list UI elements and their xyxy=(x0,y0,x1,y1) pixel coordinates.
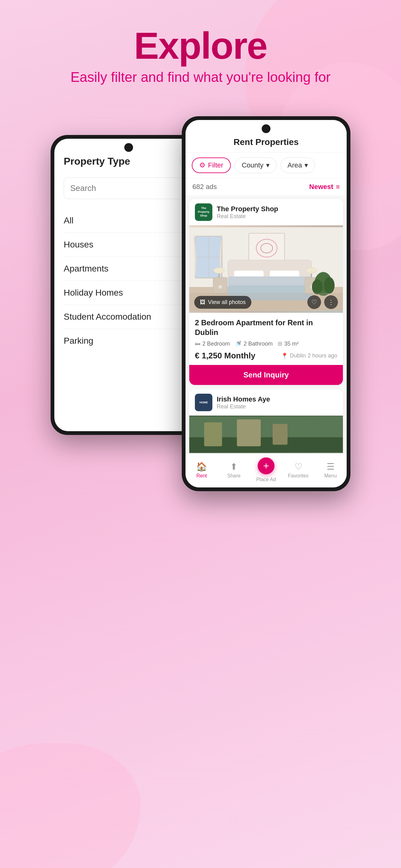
agent-name-1: The Property Shop xyxy=(217,205,278,213)
filter-icon: ⚙ xyxy=(199,161,205,169)
filter-option-parking[interactable]: Parking xyxy=(64,329,194,353)
county-label: County xyxy=(242,161,264,169)
share-icon: ⬆ xyxy=(230,462,237,472)
filter-options-list: All ✓ Houses Apartments Holiday Homes St… xyxy=(64,208,194,353)
phone-2: Rent Properties ⚙ Filter County ▾ Area ▾ xyxy=(182,116,350,491)
bg-decoration xyxy=(0,743,140,868)
second-listing-svg xyxy=(189,415,343,453)
agent-info-1: The Property Shop Real Estate xyxy=(217,205,278,220)
bedroom-spec: 🛏 2 Bedroom xyxy=(195,340,230,347)
filter-sheet: Property Type × All ✓ Houses Apart xyxy=(54,139,203,431)
more-options-button[interactable]: ⋮ xyxy=(324,295,338,309)
agent-name-2: Irish Homes Aye xyxy=(217,395,270,403)
filter-option-label: Apartments xyxy=(64,264,108,274)
filter-option-label: All xyxy=(64,216,73,226)
filter-option-holiday-homes[interactable]: Holiday Homes xyxy=(64,281,194,305)
chevron-down-icon: ▾ xyxy=(266,161,269,169)
filter-option-houses[interactable]: Houses xyxy=(64,233,194,257)
nav-place-ad[interactable]: + Place Ad xyxy=(250,458,282,483)
favorites-label: Favorites xyxy=(288,473,308,479)
filter-button[interactable]: ⚙ Filter xyxy=(192,157,231,173)
photo-icon: 🖼 xyxy=(200,299,205,306)
rent-filters-row: ⚙ Filter County ▾ Area ▾ xyxy=(186,153,347,178)
plus-icon: + xyxy=(263,460,269,472)
nav-share[interactable]: ⬆ Share xyxy=(218,462,250,479)
filter-title: Property Type xyxy=(64,156,130,167)
phone-2-notch xyxy=(262,124,270,133)
view-photos-label: View all photos xyxy=(208,299,246,306)
listing-price: € 1,250 Monthly xyxy=(195,351,256,361)
rent-icon: 🏠 xyxy=(196,462,207,472)
area-filter-button[interactable]: Area ▾ xyxy=(280,157,315,173)
listing-agent-1: ThePropertyShop The Property Shop Real E… xyxy=(189,199,343,225)
phones-container: Property Type × All ✓ Houses Apart xyxy=(51,116,350,491)
heart-nav-icon: ♡ xyxy=(295,462,302,472)
filter-option-label: Houses xyxy=(64,240,93,250)
filter-search-input[interactable] xyxy=(64,178,194,199)
phone-1-screen: Property Type × All ✓ Houses Apart xyxy=(54,139,203,431)
county-filter-button[interactable]: County ▾ xyxy=(235,157,277,173)
size-value: 35 m² xyxy=(284,341,299,347)
agent-logo-text: ThePropertyShop xyxy=(198,207,209,217)
share-label: Share xyxy=(227,473,240,479)
listing-image-1: 🖼 View all photos ♡ ⋮ xyxy=(189,225,343,313)
hero-section: Explore Easily filter and find what you'… xyxy=(71,25,331,85)
listing-title-1: 2 Bedroom Apartment for Rent in Dublin xyxy=(195,318,337,337)
bath-icon: 🚿 xyxy=(235,340,242,347)
listing-details-1: 2 Bedroom Apartment for Rent in Dublin 🛏… xyxy=(189,313,343,361)
location-name: Dublin xyxy=(290,352,306,359)
filter-btn-label: Filter xyxy=(208,161,223,169)
ads-count: 682 ads xyxy=(192,183,217,191)
sort-button[interactable]: Newest ≡ xyxy=(309,183,340,191)
time-ago: 2 hours ago xyxy=(308,352,337,359)
chevron-down-icon: ▾ xyxy=(304,161,308,169)
rent-stats-row: 682 ads Newest ≡ xyxy=(186,178,347,195)
listing-specs-1: 🛏 2 Bedroom 🚿 2 Bathroom ⊞ 35 m² xyxy=(195,340,337,347)
rent-app: Rent Properties ⚙ Filter County ▾ Area ▾ xyxy=(186,120,347,488)
svg-rect-33 xyxy=(204,423,222,446)
sort-icon: ≡ xyxy=(336,183,340,191)
bottom-nav: 🏠 Rent ⬆ Share + Place Ad ♡ xyxy=(186,453,347,488)
listing-image-2 xyxy=(189,415,343,453)
agent-type-1: Real Estate xyxy=(217,213,278,220)
place-ad-button[interactable]: + xyxy=(258,458,274,474)
area-label: Area xyxy=(288,161,302,169)
filter-option-all[interactable]: All ✓ xyxy=(64,208,194,233)
filter-option-student[interactable]: Student Accomodation xyxy=(64,305,194,329)
agent-type-2: Real Estate xyxy=(217,403,270,410)
view-photos-button[interactable]: 🖼 View all photos xyxy=(194,296,252,309)
location-icon: 📍 xyxy=(281,352,288,359)
svg-point-16 xyxy=(218,285,222,288)
hero-title: Explore xyxy=(71,25,331,66)
filter-option-label: Parking xyxy=(64,336,93,346)
phone-1-notch xyxy=(124,143,133,152)
sort-label: Newest xyxy=(309,183,333,191)
svg-point-22 xyxy=(306,268,317,273)
agent-info-2: Irish Homes Aye Real Estate xyxy=(217,395,270,410)
image-overlay: 🖼 View all photos ♡ ⋮ xyxy=(189,291,343,313)
nav-favorites[interactable]: ♡ Favorites xyxy=(282,462,314,479)
filter-option-apartments[interactable]: Apartments xyxy=(64,257,194,281)
size-spec: ⊞ 35 m² xyxy=(278,340,299,347)
nav-rent[interactable]: 🏠 Rent xyxy=(186,462,218,479)
listing-agent-2: HOME Irish Homes Aye Real Estate xyxy=(189,389,343,415)
filter-option-label: Holiday Homes xyxy=(64,288,123,298)
agent-logo-2-text: HOME xyxy=(200,401,208,404)
area-icon: ⊞ xyxy=(278,340,282,347)
menu-icon: ☰ xyxy=(327,462,334,472)
bathroom-value: 2 Bathroom xyxy=(244,341,273,347)
listing-card-2: HOME Irish Homes Aye Real Estate xyxy=(189,389,343,453)
agent-logo-1: ThePropertyShop xyxy=(195,204,212,221)
image-actions: ♡ ⋮ xyxy=(307,295,338,309)
send-inquiry-button[interactable]: Send Inquiry xyxy=(189,365,343,385)
heart-icon: ♡ xyxy=(311,299,317,306)
bedroom-value: 2 Bedroom xyxy=(202,341,230,347)
menu-label: Menu xyxy=(324,473,337,479)
svg-point-18 xyxy=(213,268,224,273)
listing-card-1: ThePropertyShop The Property Shop Real E… xyxy=(189,199,343,385)
bathroom-spec: 🚿 2 Bathroom xyxy=(235,340,273,347)
svg-rect-35 xyxy=(273,424,288,445)
favorite-button[interactable]: ♡ xyxy=(307,295,321,309)
hero-subtitle: Easily filter and find what you're looki… xyxy=(71,69,331,85)
nav-menu[interactable]: ☰ Menu xyxy=(314,462,347,479)
